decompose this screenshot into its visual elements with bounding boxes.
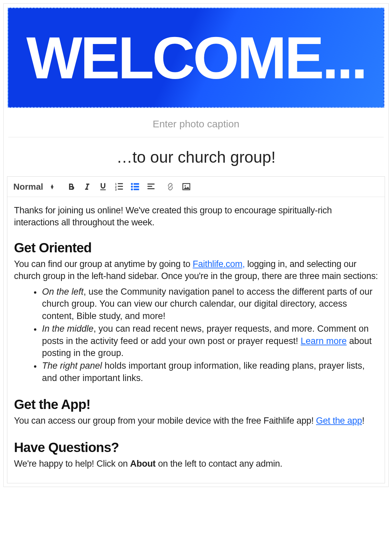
caption-input[interactable]: Enter photo caption [153,118,239,129]
svg-text:3: 3 [115,188,117,191]
svg-rect-14 [148,188,155,189]
heading-questions: Have Questions? [14,438,378,456]
align-button[interactable] [144,180,158,193]
image-icon [182,182,191,191]
text-span: You can access our group from your mobil… [14,416,316,426]
svg-rect-3 [118,183,123,184]
banner-text: WELCOME... [26,24,366,92]
svg-point-6 [131,183,133,185]
text-span: You can find our group at anytime by goi… [14,259,193,269]
svg-rect-12 [148,184,155,185]
faithlife-link[interactable]: Faithlife.com, [193,259,245,269]
questions-paragraph: We're happy to help! Click on About on t… [14,458,378,470]
svg-point-8 [131,189,133,190]
get-app-link[interactable]: Get the app [316,416,362,426]
editor-content[interactable]: Thanks for joining us online! We've crea… [7,197,385,483]
app-paragraph: You can access our group from your mobil… [14,415,378,427]
svg-rect-4 [118,186,123,187]
italic-button[interactable] [80,180,94,193]
underline-icon [98,182,108,191]
sections-list: On the left, use the Community navigatio… [41,286,378,384]
bold-button[interactable] [64,180,78,193]
svg-rect-13 [148,186,152,187]
format-select[interactable]: Normal ▲▼ [12,180,62,193]
text-span: , use the Community navigation panel to … [42,287,373,321]
list-em: On the left [42,287,84,297]
text-span: We're happy to help! Click on [14,459,130,469]
welcome-banner[interactable]: WELCOME... [8,8,384,108]
ordered-list-button[interactable]: 1 2 3 [112,180,126,193]
align-left-icon [146,182,156,191]
svg-point-7 [131,186,133,188]
unordered-list-icon [130,182,140,191]
heading-get-oriented: Get Oriented [14,239,378,257]
banner-container: WELCOME... [6,6,386,109]
text-span: on the left to contact any admin. [156,459,282,469]
ordered-list-icon: 1 2 3 [114,182,124,191]
heading-get-app: Get the App! [14,395,378,413]
rich-text-editor: Normal ▲▼ 1 2 3 [7,176,385,483]
editor-outer: WELCOME... Enter photo caption …to our c… [3,3,389,487]
svg-point-16 [185,185,186,187]
svg-rect-5 [118,189,123,190]
underline-button[interactable] [96,180,110,193]
format-label: Normal [13,182,43,192]
italic-icon [82,182,92,191]
page-title[interactable]: …to our church group! [6,137,386,176]
caption-row: Enter photo caption [8,109,384,137]
about-strong: About [130,459,155,469]
list-item: On the left, use the Community navigatio… [41,286,378,322]
oriented-paragraph: You can find our group at anytime by goi… [14,258,378,282]
svg-rect-10 [134,186,139,187]
intro-paragraph: Thanks for joining us online! We've crea… [14,204,378,229]
unordered-list-button[interactable] [128,180,142,193]
text-span: ! [362,416,364,426]
svg-rect-11 [134,189,139,190]
editor-toolbar: Normal ▲▼ 1 2 3 [7,177,385,197]
link-icon [166,182,175,191]
link-button[interactable] [163,180,177,193]
bold-icon [66,182,76,191]
list-em: The right panel [42,361,102,371]
list-item: In the middle, you can read recent news,… [41,323,378,359]
list-item: The right panel holds important group in… [41,360,378,384]
learn-more-link[interactable]: Learn more [301,336,347,346]
svg-rect-9 [134,183,139,185]
image-button[interactable] [179,180,193,193]
list-em: In the middle [42,324,94,334]
chevron-sort-icon: ▲▼ [50,184,55,189]
